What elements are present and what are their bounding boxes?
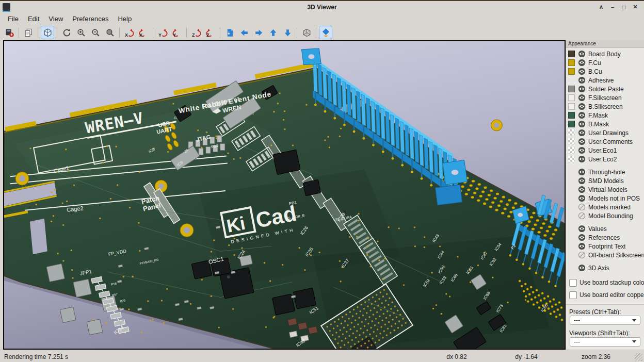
pcb-3d-render[interactable]: WREN—V White Rabbit Event Node EDA-04903… [4,41,565,349]
layer-row-user-drawings[interactable]: User.Drawings [566,128,644,137]
layer-row-user-comments[interactable]: User.Comments [566,137,644,146]
layer-row-models-marked[interactable]: Models marked [566,203,644,211]
layer-color-swatch[interactable] [568,59,575,66]
perspective-cube-button[interactable] [300,26,313,39]
visibility-eye-icon[interactable] [578,94,586,102]
rotate-z-ccw-button[interactable]: Z [204,26,217,39]
menu-file[interactable]: File [3,13,23,24]
visibility-eye-icon[interactable] [578,50,586,58]
layer-row-references[interactable]: References [566,233,644,242]
visibility-hidden-icon[interactable] [578,212,586,220]
rotate-x-cw-button[interactable]: X [122,26,136,39]
visibility-eye-icon[interactable] [578,85,586,93]
menu-view[interactable]: View [44,13,68,24]
visibility-eye-icon[interactable] [578,155,586,163]
layer-color-swatch[interactable] [568,103,575,110]
visibility-eye-icon[interactable] [578,111,586,119]
menu-edit[interactable]: Edit [23,13,44,24]
pan-right-button[interactable] [252,26,265,39]
visibility-eye-icon[interactable] [578,194,586,202]
layer-row-values[interactable]: Values [566,224,644,233]
visibility-eye-icon[interactable] [578,103,586,110]
visibility-eye-icon[interactable] [578,68,586,75]
layer-row-off-board-silkscreen[interactable]: Off-board Silkscreen [566,251,644,259]
3d-viewport[interactable]: WREN—V White Rabbit Event Node EDA-04903… [3,40,566,350]
zoom-out-button[interactable] [89,26,102,39]
layer-row-models-not-in-pos[interactable]: Models not in POS [566,194,644,203]
menu-preferences[interactable]: Preferences [68,13,113,24]
layer-row-user-eco2[interactable]: User.Eco2 [566,155,644,163]
layer-color-swatch[interactable] [568,147,575,154]
presets-dropdown[interactable]: --- [570,316,640,325]
layer-row-solder-paste[interactable]: Solder Paste [566,85,644,93]
copy-button[interactable] [22,26,35,39]
minimize-button[interactable]: – [608,3,617,11]
layer-row-b-silkscreen[interactable]: B.Silkscreen [566,102,644,111]
flip-board-button[interactable] [223,26,236,39]
close-button[interactable]: ✕ [631,3,640,11]
refresh-button[interactable] [60,26,73,39]
layer-row-adhesive[interactable]: Adhesive [566,76,644,85]
resize-grip[interactable] [635,353,642,361]
layer-row-f-cu[interactable]: F.Cu [566,58,644,67]
layer-row-board-body[interactable]: Board Body [566,50,644,58]
layer-color-swatch[interactable] [568,51,575,57]
visibility-eye-icon[interactable] [578,242,586,250]
visibility-eye-icon[interactable] [578,177,586,185]
visibility-eye-icon[interactable] [578,129,586,137]
pan-left-icon [239,28,249,38]
shade-button[interactable]: ∧ [597,3,606,11]
layer-color-swatch[interactable] [568,121,575,127]
pan-left-button[interactable] [237,26,251,39]
visibility-eye-icon[interactable] [578,186,586,193]
checkbox[interactable] [569,279,577,287]
layer-row-smd-models[interactable]: SMD Models [566,176,644,185]
layer-color-swatch[interactable] [568,77,575,84]
pan-up-button[interactable] [266,26,280,39]
zoom-in-button[interactable] [74,26,88,39]
viewports-dropdown[interactable]: --- [570,337,640,347]
layer-row-b-cu[interactable]: B.Cu [566,67,644,76]
visibility-eye-icon[interactable] [578,234,586,241]
layer-row-footprint-text[interactable]: Footprint Text [566,242,644,251]
rotate-y-ccw-button[interactable]: Y [170,26,184,39]
rotate-y-cw-button[interactable]: Y [156,26,169,39]
layer-row-model-bounding[interactable]: Model Bounding [566,211,644,220]
export-image-button[interactable] [3,26,16,39]
layer-row-f-silkscreen[interactable]: F.Silkscreen [566,93,644,102]
checkbox[interactable] [569,291,577,299]
layer-color-swatch[interactable] [568,156,575,162]
visibility-hidden-icon[interactable] [578,251,586,259]
layer-color-swatch[interactable] [568,86,575,92]
ortho-view-button[interactable] [319,26,332,39]
visibility-eye-icon[interactable] [578,264,586,272]
visibility-eye-icon[interactable] [578,225,586,233]
layer-row-3d-axis[interactable]: 3D Axis [566,264,644,272]
layer-color-swatch[interactable] [568,68,575,75]
layer-row-f-mask[interactable]: F.Mask [566,111,644,120]
rotate-z-cw-button[interactable]: Z [189,26,203,39]
visibility-eye-icon[interactable] [578,138,586,145]
maximize-button[interactable]: □ [619,3,629,11]
checkbox-row[interactable]: Use board stackup colo [566,276,644,289]
visibility-eye-icon[interactable] [578,168,586,176]
visibility-eye-icon[interactable] [578,120,586,128]
visibility-eye-icon[interactable] [578,59,586,67]
visibility-eye-icon[interactable] [578,76,586,84]
checkbox-row[interactable]: Use board editor coppe [566,289,644,301]
reload-view-button[interactable] [41,26,54,39]
layer-color-swatch[interactable] [568,138,575,145]
layer-color-swatch[interactable] [568,112,575,119]
layer-color-swatch[interactable] [568,129,575,136]
menu-help[interactable]: Help [113,13,136,24]
rotate-x-ccw-button[interactable]: X [137,26,150,39]
layer-color-swatch[interactable] [568,94,575,101]
zoom-fit-button[interactable] [103,26,117,39]
visibility-hidden-icon[interactable] [578,203,586,211]
layer-row-user-eco1[interactable]: User.Eco1 [566,146,644,155]
layer-row-through-hole[interactable]: Through-hole [566,168,644,176]
layer-row-virtual-models[interactable]: Virtual Models [566,185,644,194]
visibility-eye-icon[interactable] [578,146,586,154]
pan-down-button[interactable] [281,26,294,39]
layer-row-b-mask[interactable]: B.Mask [566,120,644,128]
